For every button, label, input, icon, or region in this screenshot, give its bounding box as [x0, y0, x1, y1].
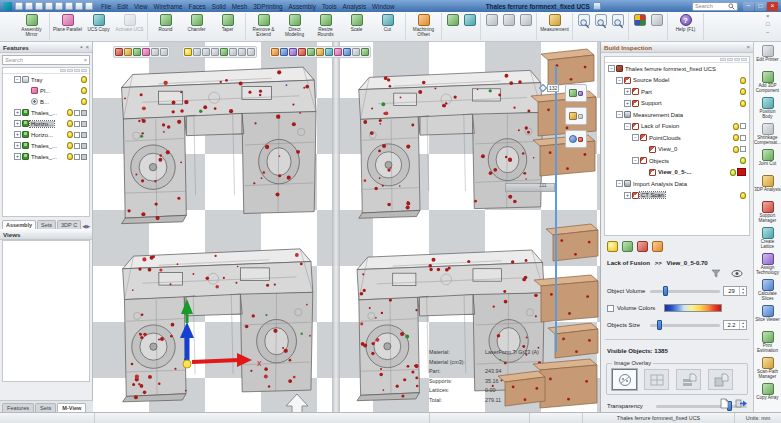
menu-view[interactable]: View: [134, 3, 148, 10]
color-swatch[interactable]: [737, 168, 746, 176]
zoom-selected-button[interactable]: [609, 13, 626, 40]
tree-item-source-model[interactable]: −Source Model: [605, 75, 749, 87]
visibility-bulb-icon[interactable]: [730, 169, 736, 176]
tree-box-icon[interactable]: [81, 132, 87, 138]
layout-window-button[interactable]: [483, 13, 500, 40]
overlay-stack-button[interactable]: [676, 369, 701, 390]
overlay-grid-button[interactable]: [644, 369, 669, 390]
menu-faces[interactable]: Faces: [189, 3, 206, 10]
volume-colors-checkbox[interactable]: [607, 305, 614, 312]
mdi-minimize-icon[interactable]: −: [766, 29, 770, 35]
visibility-bulb-icon[interactable]: [733, 123, 739, 130]
save-icon[interactable]: [15, 2, 23, 10]
exit-panel-icon[interactable]: [735, 398, 747, 409]
view-front-icon[interactable]: [298, 48, 306, 56]
menu-wireframe[interactable]: Wireframe: [154, 3, 183, 10]
ucs-axis-triad[interactable]: x: [137, 294, 267, 378]
activate-ucs-button[interactable]: Activate UCS: [114, 13, 145, 40]
machining-offset-button[interactable]: Machining Offset: [408, 13, 439, 40]
tree-item-thales-[interactable]: +Thales_...: [3, 107, 89, 118]
measurement-button[interactable]: Measurement: [539, 13, 570, 40]
delete-result-icon[interactable]: [637, 241, 648, 252]
print-icon[interactable]: [45, 2, 53, 10]
visibility-bulb-icon[interactable]: [740, 88, 746, 95]
view-right-icon[interactable]: [325, 48, 333, 56]
visibility-bulb-icon[interactable]: [740, 157, 746, 164]
menu-mesh[interactable]: Mesh: [232, 3, 247, 10]
expander-icon[interactable]: +: [624, 88, 631, 95]
next-view-icon[interactable]: [352, 48, 360, 56]
refresh-view-icon[interactable]: [361, 48, 369, 56]
menu-solid[interactable]: Solid: [212, 3, 226, 10]
object-volume-spin-arrows[interactable]: ▲▼: [739, 287, 746, 295]
expander-icon[interactable]: +: [14, 142, 21, 149]
tree-item-part[interactable]: +Part: [605, 86, 749, 98]
orbit-icon[interactable]: [271, 48, 279, 56]
tree-item-thales-ferrure-formnext-fixed-ucs[interactable]: −Thales ferrure formnext_fixed UCS: [605, 63, 749, 75]
visibility-bulb-icon[interactable]: [67, 131, 73, 138]
tree-item-tray[interactable]: −Tray: [3, 74, 89, 85]
expander-icon[interactable]: +: [14, 109, 21, 116]
close-icon[interactable]: ×: [85, 44, 89, 50]
overlay-scan-circle-button[interactable]: [612, 369, 637, 390]
tree-item-lack-of-fusion[interactable]: −Lack of Fusion: [605, 121, 749, 133]
zoom-dynamic-icon[interactable]: [289, 48, 297, 56]
tree-item-b-[interactable]: B...: [3, 96, 89, 107]
tree-item-pointclouds[interactable]: −PointClouds: [605, 132, 749, 144]
visibility-bulb-icon[interactable]: [740, 77, 746, 84]
expander-icon[interactable]: +: [624, 192, 631, 199]
ghost-display-icon[interactable]: [202, 48, 210, 56]
tree-box-icon[interactable]: [81, 121, 87, 127]
inspect-tool-button[interactable]: [565, 107, 587, 125]
add-result-icon[interactable]: [622, 241, 633, 252]
app-logo-icon[interactable]: [3, 2, 12, 11]
move-arrows-button[interactable]: [444, 13, 461, 40]
tree-box-icon[interactable]: [81, 110, 87, 116]
color-palette-button[interactable]: [631, 13, 648, 40]
mdi-restore-icon[interactable]: □: [766, 21, 770, 27]
tree-box-icon[interactable]: [81, 143, 87, 149]
tree-item-thales-[interactable]: +Thales_...: [3, 140, 89, 151]
transform-button[interactable]: [461, 13, 478, 40]
tree-checkbox[interactable]: [74, 154, 80, 160]
tree-item-horizo-[interactable]: +Horizo...: [3, 129, 89, 140]
tree-item-thales-[interactable]: +Thales_...: [3, 151, 89, 162]
features-search-input[interactable]: Search ×: [2, 55, 90, 65]
select-icon[interactable]: [115, 48, 123, 56]
transparency-display-icon[interactable]: [229, 48, 237, 56]
visibility-bulb-icon[interactable]: [67, 109, 73, 116]
tree-box-icon[interactable]: [81, 154, 87, 160]
visibility-bulb-icon[interactable]: [740, 100, 746, 107]
named-views-icon[interactable]: [334, 48, 342, 56]
tree-item-measurement-data[interactable]: −Measurement Data: [605, 109, 749, 121]
shrinkage-compensation-button[interactable]: Shrinkage Compensat...: [754, 122, 781, 148]
scale-button[interactable]: Scale: [341, 13, 372, 40]
pick-filter-icon[interactable]: [142, 48, 150, 56]
expander-icon[interactable]: −: [616, 111, 623, 118]
expander-icon[interactable]: −: [632, 134, 639, 141]
tab-assembly[interactable]: Assembly: [2, 220, 36, 229]
section-display-icon[interactable]: [238, 48, 246, 56]
visibility-bulb-icon[interactable]: [67, 142, 73, 149]
undo-icon[interactable]: [55, 2, 63, 10]
menu-3dprinting[interactable]: 3DPrinting: [253, 3, 282, 10]
deselect-icon[interactable]: [133, 48, 141, 56]
objects-size-slider[interactable]: [650, 324, 720, 327]
prev-view-icon[interactable]: [343, 48, 351, 56]
taper-button[interactable]: Taper: [212, 13, 243, 40]
bottom-tab-m-view[interactable]: M-View: [57, 403, 86, 412]
ucs-copy-button[interactable]: UCS Copy: [83, 13, 114, 40]
pin-icon[interactable]: ▪: [80, 44, 82, 50]
visibility-bulb-icon[interactable]: [81, 87, 87, 94]
pan-icon[interactable]: [280, 48, 288, 56]
compare-tool-button[interactable]: [565, 130, 587, 148]
shaded-display-icon[interactable]: [220, 48, 228, 56]
plane-parallel-button[interactable]: Plane Parallel: [52, 13, 83, 40]
redo-icon[interactable]: [65, 2, 73, 10]
tree-item-view-0[interactable]: View_0: [605, 144, 749, 156]
tab-scroll-arrows[interactable]: ◀▶: [82, 223, 90, 229]
expander-icon[interactable]: −: [608, 65, 615, 72]
object-volume-slider-handle[interactable]: [663, 286, 668, 296]
frame-select-icon[interactable]: [160, 48, 168, 56]
tree-item-view-0-5-[interactable]: View_0_5-...: [605, 167, 749, 179]
